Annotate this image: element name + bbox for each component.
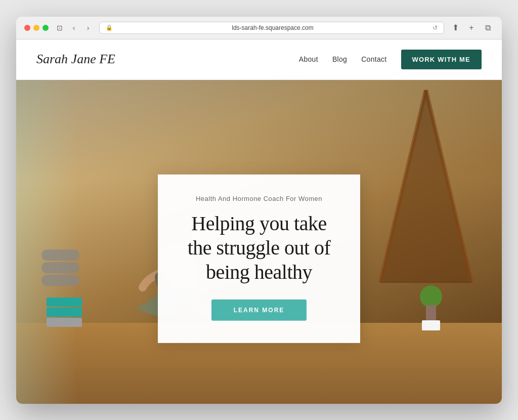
work-with-me-button[interactable]: WORK WITH ME (401, 50, 482, 69)
hero-section: Health And Hormone Coach For Women Helpi… (16, 80, 502, 404)
bolster-roll-2 (41, 262, 79, 273)
yoga-block-1 (47, 298, 82, 307)
minimize-button[interactable] (33, 25, 39, 31)
hero-card: Health And Hormone Coach For Women Helpi… (158, 174, 360, 343)
site-logo[interactable]: Sarah Jane FE (36, 52, 115, 67)
forward-button[interactable]: › (82, 22, 94, 34)
traffic-lights (24, 25, 49, 31)
nav-blog[interactable]: Blog (332, 55, 347, 63)
site-nav: About Blog Contact WORK WITH ME (299, 50, 482, 69)
lock-icon: 🔒 (106, 24, 113, 31)
yoga-block-2 (47, 308, 82, 317)
refresh-button[interactable]: ↺ (433, 24, 438, 31)
website-content: Sarah Jane FE About Blog Contact WORK WI… (16, 39, 502, 404)
browser-toolbar: ⊡ ‹ › 🔒 lds-sarah-fe.squarespace.com ↺ ⬆… (24, 22, 494, 34)
learn-more-button[interactable]: LEARN MORE (211, 299, 307, 320)
browser-nav-buttons: ⊡ ‹ › (54, 22, 94, 34)
close-button[interactable] (24, 25, 30, 31)
yoga-blocks (47, 298, 82, 328)
nav-contact[interactable]: Contact (361, 55, 386, 63)
topiary-pot (422, 320, 440, 330)
hero-title: Helping you take the struggle out of bei… (182, 211, 336, 284)
browser-actions: ⬆ + ⧉ (449, 22, 494, 34)
browser-chrome: ⊡ ‹ › 🔒 lds-sarah-fe.squarespace.com ↺ ⬆… (16, 17, 502, 39)
site-header: Sarah Jane FE About Blog Contact WORK WI… (16, 39, 502, 80)
share-icon[interactable]: ⬆ (449, 22, 461, 34)
topiary-ball (420, 285, 442, 308)
browser-window: ⊡ ‹ › 🔒 lds-sarah-fe.squarespace.com ↺ ⬆… (16, 17, 502, 404)
bolster-roll-3 (41, 275, 79, 286)
url-text: lds-sarah-fe.squarespace.com (116, 24, 429, 31)
new-tab-icon[interactable]: + (465, 22, 478, 34)
bolster-roll-1 (41, 249, 79, 261)
nav-about[interactable]: About (299, 55, 318, 63)
hero-subtitle: Health And Hormone Coach For Women (182, 194, 336, 202)
maximize-button[interactable] (42, 25, 49, 31)
back-button[interactable]: ‹ (68, 22, 80, 34)
bolster-rolls (41, 249, 79, 287)
hero-shadow (16, 80, 502, 181)
address-bar[interactable]: 🔒 lds-sarah-fe.squarespace.com ↺ (99, 22, 444, 34)
yoga-block-3 (47, 318, 82, 327)
tabs-icon[interactable]: ⧉ (482, 22, 494, 34)
sidebar-toggle-icon[interactable]: ⊡ (54, 22, 66, 34)
